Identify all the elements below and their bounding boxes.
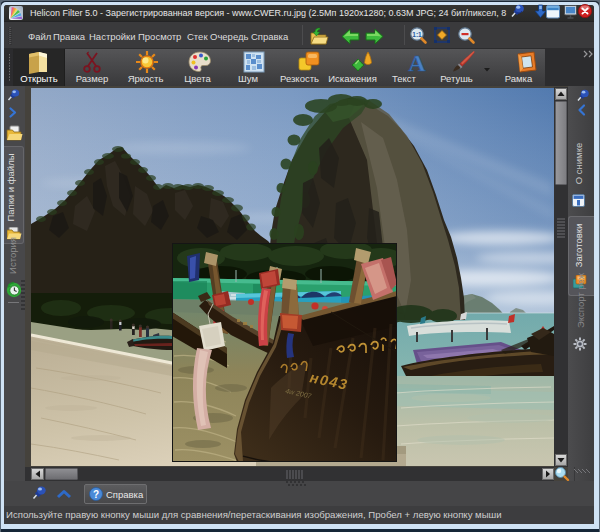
svg-text:A: A [408,50,426,76]
svg-text:1:1: 1:1 [412,31,422,38]
svg-text:?: ? [93,489,99,500]
